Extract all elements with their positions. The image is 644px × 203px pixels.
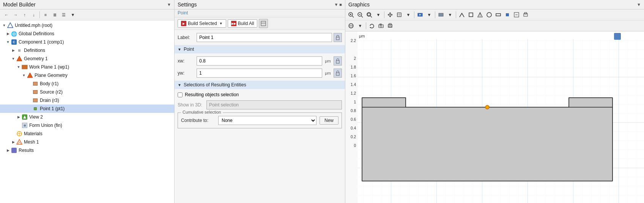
tree-item-source[interactable]: ▶ Source (r2) (0, 88, 174, 96)
view-btn-4[interactable] (485, 11, 493, 19)
graphics-pin[interactable]: ▼ (637, 2, 641, 7)
build-all-icon: ▶▶ (231, 21, 236, 26)
tree-btn-3[interactable]: ☰ (60, 11, 68, 19)
svg-text:2.2: 2.2 (351, 39, 356, 43)
build-selected-btn[interactable]: ▶ Build Selected ▼ (178, 19, 226, 28)
defs-icon: ≡ (16, 47, 23, 53)
contribute-select[interactable]: None (218, 116, 316, 125)
settings-subtitle: Point (178, 10, 188, 16)
view-btn-1[interactable] (458, 11, 466, 19)
view-btn-2[interactable] (467, 11, 475, 19)
build-selected-arrow[interactable]: ▼ (219, 22, 223, 25)
toggle-root[interactable]: ▼ (2, 23, 7, 28)
rotate-btn[interactable] (395, 11, 403, 19)
up-btn[interactable]: ↑ (20, 11, 29, 19)
tree-item-wp1[interactable]: ▼ Work Plane 1 (wp1) (0, 63, 174, 71)
tree-btn-1[interactable]: ≡ (41, 11, 50, 19)
scene-btn[interactable] (437, 11, 445, 19)
graphics-canvas[interactable]: 2.2 2 1.8 1.6 1.4 1.2 1 0.8 0.6 0.4 0.2 … (345, 31, 644, 203)
toggle-view2[interactable]: ▶ (16, 114, 21, 120)
label-row: Label: (178, 33, 342, 42)
tree-item-body[interactable]: ▶ Body (r1) (0, 80, 174, 88)
geom1-icon (16, 56, 23, 62)
toggle-wp1[interactable]: ▼ (16, 64, 21, 70)
tree-item-comp1[interactable]: ▼ C Component 1 (comp1) (0, 38, 174, 46)
globe-dropdown-btn[interactable]: ▼ (356, 22, 364, 30)
tree-item-materials[interactable]: ▶ Materials (0, 130, 174, 138)
label-text: Label: (178, 35, 197, 40)
xw-lock-btn[interactable] (334, 56, 342, 66)
graphics-svg: 2.2 2 1.8 1.6 1.4 1.2 1 0.8 0.6 0.4 0.2 … (345, 31, 644, 203)
tree-item-geom1[interactable]: ▼ Geometry 1 (0, 55, 174, 63)
zoom-dropdown-btn[interactable]: ▼ (374, 11, 383, 19)
graphics-header: Graphics ▼ (345, 0, 644, 9)
zoom-in-btn[interactable] (347, 11, 355, 19)
xw-row: xw: μm (178, 56, 342, 66)
tree-btn-2[interactable]: ≣ (50, 11, 59, 19)
tree-item-defs[interactable]: ▶ ≡ Definitions (0, 46, 174, 55)
svg-rect-72 (362, 98, 406, 107)
model-builder-pin[interactable]: ▼ (167, 2, 171, 7)
svg-point-36 (487, 12, 491, 17)
svg-line-22 (361, 16, 363, 17)
results-icon (11, 147, 17, 153)
selections-section-title: Selections of Resulting Entities (184, 82, 246, 87)
tree-item-drain[interactable]: ▶ Drain (r3) (0, 96, 174, 105)
tree-label-results: Results (19, 148, 34, 153)
show3d-label: Show in 3D: (178, 102, 204, 108)
zoom-fit-btn[interactable] (365, 11, 373, 19)
view-btn-5[interactable] (494, 11, 502, 19)
globe-toolbar-btn[interactable] (347, 22, 355, 30)
camera-toolbar-btn[interactable] (377, 22, 385, 30)
tree-label-body: Body (r1) (40, 81, 58, 86)
label-input[interactable] (197, 33, 332, 42)
render-btn[interactable] (416, 11, 424, 19)
rotate-dropdown-btn[interactable]: ▼ (404, 11, 413, 19)
toggle-mesh1[interactable]: ▶ (11, 139, 16, 145)
selections-section-header[interactable]: ▼ Selections of Resulting Entities (175, 81, 345, 89)
sep-g3 (435, 11, 435, 18)
yw-unit: μm (322, 71, 334, 75)
toggle-planegeom[interactable]: ▼ (21, 73, 27, 78)
build-all-btn[interactable]: ▶▶ Build All (228, 19, 258, 28)
yw-lock-btn[interactable] (334, 69, 342, 78)
render-dropdown-btn[interactable]: ▼ (425, 11, 433, 19)
tree-item-results[interactable]: ▶ Results (0, 146, 174, 155)
label-lock-btn[interactable] (334, 33, 342, 42)
yw-input[interactable] (197, 69, 322, 78)
toggle-defs[interactable]: ▶ (11, 48, 16, 53)
resulting-objects-checkbox[interactable] (178, 92, 183, 97)
down-btn[interactable]: ↓ (30, 11, 38, 19)
svg-marker-0 (8, 23, 13, 28)
tree-item-global-defs[interactable]: ▶ 🌐 Global Definitions (0, 30, 174, 38)
toggle-geom1[interactable]: ▼ (11, 56, 16, 61)
tree-item-form-union[interactable]: ▶ ⊕ Form Union (fin) (0, 121, 174, 130)
toggle-global-defs[interactable]: ▶ (5, 31, 11, 36)
tree-item-view2[interactable]: ▶ View 2 (0, 113, 174, 121)
view-btn-3[interactable] (476, 11, 484, 19)
tree-item-mesh1[interactable]: ▶ Mesh 1 (0, 138, 174, 146)
zoom-out-btn[interactable] (356, 11, 364, 19)
scene-dropdown-btn[interactable]: ▼ (446, 11, 454, 19)
export-btn[interactable] (512, 11, 521, 19)
xw-input[interactable] (197, 56, 322, 66)
pan-btn[interactable] (386, 11, 394, 19)
refresh-toolbar-btn[interactable] (368, 22, 376, 30)
tree-item-root[interactable]: ▼ Untitled.mph (root) (0, 21, 174, 30)
settings-extra-btn[interactable] (259, 19, 268, 28)
graphics-title: Graphics (348, 2, 370, 8)
print-toolbar-btn[interactable] (386, 22, 394, 30)
tree-item-planegeom[interactable]: ▼ Plane Geometry (0, 71, 174, 80)
forward-btn[interactable]: → (11, 11, 20, 19)
tree-btn-4[interactable]: ▼ (69, 11, 77, 19)
new-btn[interactable]: New (320, 116, 339, 125)
tree-item-pt1[interactable]: ▶ Point 1 (pt1) (0, 105, 174, 113)
toggle-comp1[interactable]: ▼ (5, 39, 11, 45)
print-like-btn[interactable] (521, 11, 530, 19)
back-btn[interactable]: ← (2, 11, 11, 19)
view-btn-6[interactable] (503, 11, 512, 19)
settings-pin[interactable]: ▼ ■ (334, 2, 342, 7)
point-section-header[interactable]: ▼ Point (175, 45, 345, 53)
svg-rect-38 (506, 13, 509, 16)
toggle-results[interactable]: ▶ (5, 148, 11, 153)
